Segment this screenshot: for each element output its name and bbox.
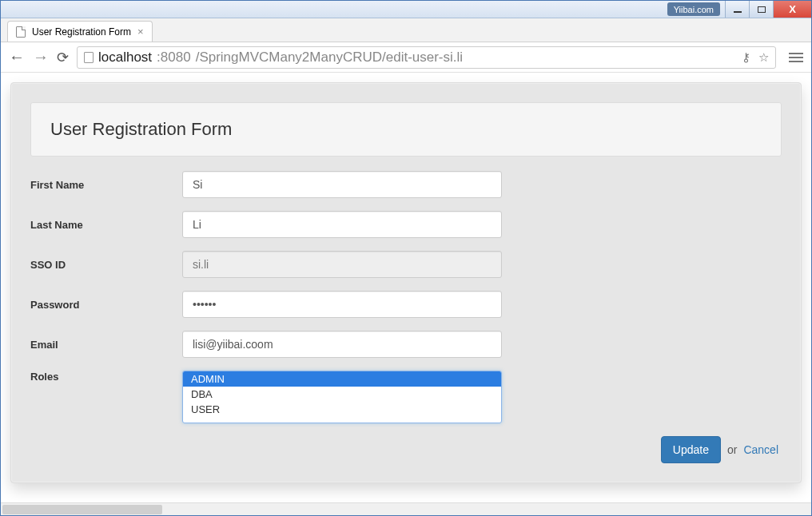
url-port: :8080 — [157, 50, 191, 65]
row-first-name: First Name — [30, 171, 782, 198]
panel-header: User Registration Form — [30, 102, 782, 157]
form-actions: Update or Cancel — [30, 436, 782, 463]
label-email: Email — [30, 339, 182, 351]
forward-button[interactable]: → — [33, 48, 49, 66]
or-text: or — [727, 443, 737, 456]
row-email: Email — [30, 331, 782, 358]
row-sso-id: SSO ID — [30, 251, 782, 278]
window-close-button[interactable]: X — [773, 1, 811, 18]
page-title: User Registration Form — [50, 119, 762, 140]
role-option[interactable]: ADMIN — [183, 371, 501, 387]
window-titlebar: Yiibai.com X — [1, 1, 811, 18]
back-button[interactable]: ← — [9, 48, 25, 66]
row-last-name: Last Name — [30, 211, 782, 238]
reload-button[interactable]: ⟳ — [57, 49, 69, 66]
bookmark-star-icon[interactable]: ☆ — [758, 50, 769, 65]
url-host: localhost — [98, 50, 152, 65]
input-password[interactable] — [182, 291, 502, 318]
address-bar[interactable]: localhost:8080/SpringMVCMany2ManyCRUD/ed… — [77, 46, 776, 69]
role-option[interactable]: USER — [183, 402, 501, 417]
page-icon — [16, 26, 26, 38]
window-maximize-button[interactable] — [749, 1, 773, 18]
label-first-name: First Name — [30, 179, 182, 191]
tab-close-icon[interactable]: × — [137, 26, 144, 38]
select-roles[interactable]: ADMINDBAUSER — [182, 371, 502, 423]
site-icon — [84, 52, 94, 63]
page-viewport: User Registration Form First Name Last N… — [1, 73, 811, 502]
submit-button[interactable]: Update — [661, 436, 721, 463]
label-sso-id: SSO ID — [30, 259, 182, 271]
horizontal-scrollbar[interactable] — [1, 502, 811, 515]
cancel-link[interactable]: Cancel — [743, 443, 778, 456]
browser-window: Yiibai.com X User Registration Form × ← … — [0, 0, 812, 516]
menu-button[interactable] — [789, 53, 803, 62]
input-first-name[interactable] — [182, 171, 502, 198]
toolbar: ← → ⟳ localhost:8080/SpringMVCMany2ManyC… — [1, 42, 811, 73]
label-password: Password — [30, 299, 182, 311]
row-roles: Roles ADMINDBAUSER — [30, 371, 782, 423]
browser-tab[interactable]: User Registration Form × — [7, 21, 153, 42]
input-last-name[interactable] — [182, 211, 502, 238]
window-badge: Yiibai.com — [667, 2, 720, 16]
label-last-name: Last Name — [30, 219, 182, 231]
input-sso-id[interactable] — [182, 251, 502, 278]
scrollbar-thumb[interactable] — [2, 505, 162, 514]
row-password: Password — [30, 291, 782, 318]
tab-title: User Registration Form — [32, 26, 131, 38]
label-roles: Roles — [30, 371, 182, 383]
password-key-icon[interactable]: ⚷ — [742, 50, 750, 65]
tab-strip: User Registration Form × — [1, 18, 811, 42]
url-path: /SpringMVCMany2ManyCRUD/edit-user-si.li — [196, 50, 463, 65]
input-email[interactable] — [182, 331, 502, 358]
form-panel: User Registration Form First Name Last N… — [10, 82, 802, 483]
role-option[interactable]: DBA — [183, 387, 501, 402]
window-minimize-button[interactable] — [725, 1, 749, 18]
